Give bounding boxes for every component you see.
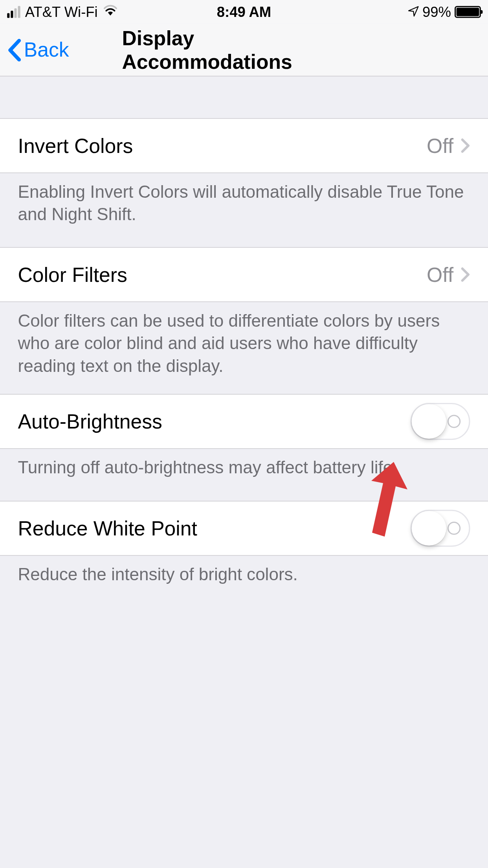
nav-bar: Back Display Accommodations bbox=[0, 24, 488, 77]
battery-icon bbox=[455, 6, 481, 18]
color-filters-label: Color Filters bbox=[18, 263, 127, 286]
auto-brightness-toggle[interactable] bbox=[411, 403, 470, 440]
auto-brightness-label: Auto-Brightness bbox=[18, 410, 162, 433]
status-time: 8:49 AM bbox=[217, 4, 271, 20]
page-title: Display Accommodations bbox=[122, 27, 366, 73]
back-button[interactable]: Back bbox=[7, 38, 69, 61]
carrier-label: AT&T Wi-Fi bbox=[25, 4, 98, 20]
cell-signal-icon bbox=[7, 6, 20, 18]
reduce-white-point-row: Reduce White Point bbox=[0, 501, 488, 556]
chevron-right-icon bbox=[460, 267, 470, 282]
invert-colors-footer: Enabling Invert Colors will automaticall… bbox=[0, 173, 488, 247]
reduce-white-point-label: Reduce White Point bbox=[18, 517, 197, 540]
color-filters-footer: Color filters can be used to differentia… bbox=[0, 302, 488, 394]
color-filters-value: Off bbox=[427, 263, 453, 286]
reduce-white-point-toggle[interactable] bbox=[411, 510, 470, 547]
invert-colors-value: Off bbox=[427, 134, 453, 157]
reduce-white-point-footer: Reduce the intensity of bright colors. bbox=[0, 555, 488, 603]
auto-brightness-row: Auto-Brightness bbox=[0, 394, 488, 449]
back-label: Back bbox=[24, 38, 69, 61]
auto-brightness-footer: Turning off auto-brightness may affect b… bbox=[0, 449, 488, 501]
color-filters-row[interactable]: Color Filters Off bbox=[0, 247, 488, 302]
location-icon bbox=[408, 4, 419, 20]
status-bar: AT&T Wi-Fi 8:49 AM 99% bbox=[0, 0, 488, 24]
wifi-icon bbox=[103, 4, 118, 20]
invert-colors-label: Invert Colors bbox=[18, 134, 133, 157]
battery-percent: 99% bbox=[422, 4, 451, 20]
chevron-right-icon bbox=[460, 138, 470, 153]
chevron-left-icon bbox=[7, 39, 21, 61]
invert-colors-row[interactable]: Invert Colors Off bbox=[0, 118, 488, 173]
